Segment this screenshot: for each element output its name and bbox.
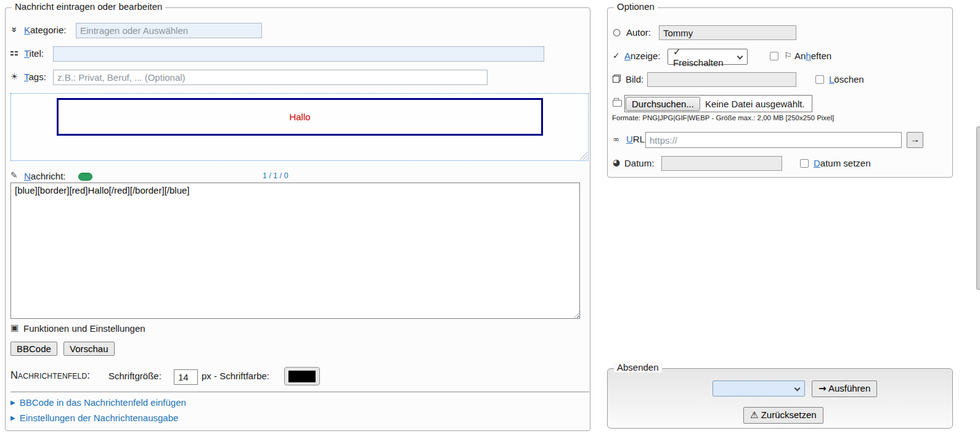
circle-icon: ○ bbox=[613, 27, 621, 38]
autor-input[interactable] bbox=[659, 25, 796, 40]
tags-row: ☀ Tags: bbox=[6, 70, 585, 86]
preview-border-box: Hallo bbox=[57, 98, 543, 136]
anzeige-select[interactable]: ✓ Freischalten bbox=[668, 49, 748, 65]
chevron-double-down-icon: » bbox=[9, 27, 20, 33]
messagefield-settings-row: Nachrichtenfeld: Schriftgröße: px - Schr… bbox=[6, 369, 585, 387]
loeschen-checkbox[interactable] bbox=[815, 75, 824, 84]
nachricht-label: Nachricht: bbox=[24, 171, 66, 181]
anheften-checkbox[interactable] bbox=[770, 52, 778, 60]
editor-legend: Nachricht eintragen oder bearbeiten bbox=[12, 1, 165, 12]
fontcolor-label: px - Schriftfarbe: bbox=[202, 371, 269, 381]
bild-row: Bild: Löschen bbox=[608, 72, 947, 88]
arrow-right-icon: → bbox=[819, 383, 827, 394]
anzeige-select-value: ✓ Freischalten bbox=[673, 46, 733, 68]
flag-icon: ⚐ bbox=[784, 51, 792, 60]
url-go-button[interactable]: → bbox=[907, 132, 923, 148]
submit-legend: Absenden bbox=[614, 362, 662, 372]
durchsuchen-button[interactable]: Durchsuchen... bbox=[626, 97, 700, 111]
scrollbar-thumb[interactable] bbox=[976, 126, 980, 290]
url-label: URL: bbox=[626, 134, 647, 144]
functions-toggle[interactable]: ▣ Funktionen und Einstellungen bbox=[6, 321, 314, 337]
datum-row: ◕ Datum: Datum setzen bbox=[608, 156, 947, 172]
overlapping-squares-icon bbox=[613, 75, 621, 83]
pencil-icon: ✎ bbox=[10, 170, 18, 180]
link-arrow-icon: ▶ bbox=[10, 414, 15, 421]
status-indicator bbox=[78, 173, 92, 181]
kategorie-input[interactable] bbox=[76, 23, 262, 38]
anzeige-label: Anzeige: bbox=[624, 51, 660, 61]
link-infinity-icon: ∞ bbox=[613, 134, 619, 144]
warning-icon: ⚠ bbox=[750, 409, 758, 421]
autor-label: Autor: bbox=[626, 27, 651, 38]
vorschau-button[interactable]: Vorschau bbox=[63, 342, 115, 356]
submit-fieldset: Absenden → Ausführen ⚠ Zurücksetzen bbox=[607, 368, 953, 429]
preview-resize-handle[interactable] bbox=[579, 152, 587, 160]
fontsize-label: Schriftgröße: bbox=[108, 371, 161, 381]
datum-setzen-checkbox[interactable] bbox=[800, 159, 809, 168]
url-row: ∞ URL: → bbox=[608, 132, 947, 148]
sun-icon: ☀ bbox=[10, 72, 18, 81]
autor-row: ○ Autor: bbox=[608, 25, 947, 41]
messagefield-label: Nachrichtenfeld: bbox=[10, 369, 90, 381]
url-input[interactable] bbox=[645, 132, 902, 148]
fontcolor-swatch bbox=[288, 371, 316, 382]
kategorie-label: Kategorie: bbox=[24, 25, 66, 35]
insert-bbcode-link[interactable]: ▶BBCode in das Nachrichtenfeld einfügen bbox=[10, 397, 186, 408]
tags-label: Tags: bbox=[24, 72, 46, 82]
output-settings-link[interactable]: ▶Einstellungen der Nachrichtenausgabe bbox=[10, 413, 178, 423]
link-arrow-icon: ▶ bbox=[10, 399, 15, 406]
chevron-down-icon bbox=[737, 54, 743, 60]
file-input[interactable]: Durchsuchen... Keine Datei ausgewählt. bbox=[624, 95, 812, 112]
bild-input[interactable] bbox=[647, 72, 796, 87]
kategorie-row: » Kategorie: bbox=[6, 23, 585, 39]
title-lines-icon bbox=[10, 51, 18, 56]
anheften-label: Anheften bbox=[794, 51, 831, 61]
bbcode-button[interactable]: BBCode bbox=[10, 342, 57, 356]
char-line-counter: 1 / 1 / 0 bbox=[263, 171, 288, 180]
chevron-down-icon bbox=[794, 385, 801, 392]
tags-input[interactable] bbox=[53, 70, 488, 85]
loeschen-label: Löschen bbox=[829, 74, 864, 84]
formats-note: Formate: PNG|JPG|GIF|WEBP - Größe max.: … bbox=[612, 114, 834, 121]
datum-label: Datum: bbox=[624, 158, 654, 168]
editor-fieldset: Nachricht eintragen oder bearbeiten » Ka… bbox=[5, 7, 590, 431]
message-textarea[interactable]: [blue][border][red]Hallo[/red][/border][… bbox=[10, 183, 580, 319]
file-row: Durchsuchen... Keine Datei ausgewählt. bbox=[608, 95, 947, 112]
datum-input[interactable] bbox=[661, 156, 782, 171]
zuruecksetzen-button[interactable]: ⚠ Zurücksetzen bbox=[743, 407, 823, 424]
titel-input[interactable] bbox=[53, 46, 544, 62]
titel-label: Titel: bbox=[24, 48, 44, 59]
folder-icon bbox=[613, 100, 622, 107]
divider bbox=[10, 392, 589, 392]
action-select[interactable] bbox=[713, 380, 805, 397]
clock-icon: ◕ bbox=[613, 157, 620, 167]
ausfuehren-button[interactable]: → Ausführen bbox=[812, 380, 877, 397]
preview-text: Hallo bbox=[289, 112, 310, 122]
page: Nachricht eintragen oder bearbeiten » Ka… bbox=[0, 0, 980, 436]
titel-row: Titel: bbox=[6, 46, 585, 62]
file-status-text: Keine Datei ausgewählt. bbox=[705, 99, 805, 109]
functions-toggle-label: Funktionen und Einstellungen bbox=[23, 323, 145, 334]
toggle-square-icon: ▣ bbox=[10, 323, 18, 332]
check-icon: ✓ bbox=[613, 51, 620, 60]
bild-label: Bild: bbox=[626, 74, 643, 84]
message-preview-area: Hallo bbox=[10, 93, 589, 161]
fontsize-input[interactable] bbox=[174, 369, 198, 385]
anzeige-row: ✓ Anzeige: ✓ Freischalten ⚐ Anheften bbox=[608, 49, 947, 65]
options-fieldset: Optionen ○ Autor: ✓ Anzeige: ✓ Freischal… bbox=[607, 7, 953, 178]
datum-setzen-label: Datum setzen bbox=[814, 158, 871, 168]
options-legend: Optionen bbox=[614, 1, 658, 12]
fontcolor-swatch-button[interactable] bbox=[284, 367, 320, 385]
